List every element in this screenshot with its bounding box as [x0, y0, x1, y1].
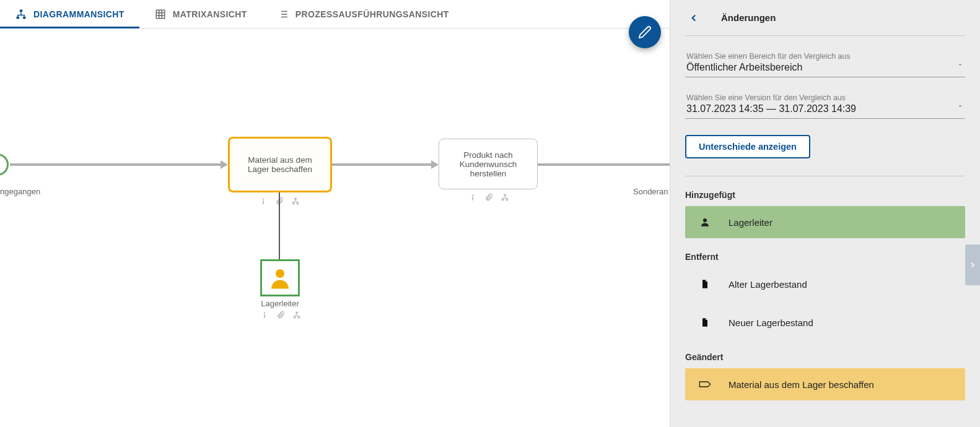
change-item-removed[interactable]: Neuer Lagerbestand — [685, 306, 965, 339]
association-line — [279, 192, 280, 259]
sequence-flow-3 — [538, 163, 670, 166]
svg-rect-12 — [502, 199, 504, 201]
svg-point-15 — [264, 312, 265, 313]
svg-rect-18 — [294, 316, 296, 318]
svg-point-9 — [472, 194, 473, 196]
sitemap-icon — [15, 8, 27, 20]
person-icon — [267, 265, 293, 291]
section-added-label: Hinzugefügt — [685, 190, 965, 200]
divider — [685, 176, 965, 176]
svg-point-20 — [703, 218, 707, 222]
svg-rect-10 — [472, 197, 473, 201]
task-node-produkt-herstellen[interactable]: Produkt nach Kundenwunsch herstellen — [439, 139, 538, 189]
svg-rect-0 — [20, 9, 23, 12]
svg-rect-2 — [23, 16, 26, 19]
diagram-canvas[interactable]: eingegangen Material aus dem Lager besch… — [0, 28, 670, 427]
select-value: 31.07.2023 14:35 — 31.07.2023 14:39 — [686, 103, 964, 114]
info-icon[interactable] — [259, 197, 268, 208]
svg-rect-1 — [17, 16, 20, 19]
tab-execution-view[interactable]: PROZESSAUSFÜHRUNGSANSICHT — [262, 0, 464, 28]
chevron-left-icon — [688, 12, 699, 24]
svg-rect-17 — [295, 312, 298, 314]
next-node-label: Sonderan — [633, 187, 668, 196]
process-icon — [699, 378, 711, 390]
drawer-toggle[interactable] — [965, 244, 980, 285]
task-label: Produkt nach Kundenwunsch herstellen — [447, 150, 530, 178]
section-removed-label: Entfernt — [685, 252, 965, 262]
show-differences-button[interactable]: Unterschiede anzeigen — [685, 135, 810, 158]
person-icon — [699, 216, 711, 228]
arrow-head-icon — [221, 160, 228, 169]
node-actions-role — [260, 311, 301, 322]
select-label: Wählen Sie eine Version für den Vergleic… — [686, 93, 964, 102]
sequence-flow-2 — [332, 163, 431, 166]
list-icon — [277, 8, 289, 20]
info-icon[interactable] — [468, 193, 477, 204]
chevron-right-icon — [968, 261, 977, 269]
hierarchy-icon[interactable] — [291, 197, 300, 208]
attachment-icon[interactable] — [484, 193, 493, 204]
svg-rect-7 — [292, 202, 295, 204]
svg-rect-6 — [294, 198, 297, 200]
start-event-label: eingegangen — [0, 187, 40, 196]
svg-rect-3 — [156, 10, 165, 19]
task-label: Material aus dem Lager beschaffen — [237, 155, 323, 174]
task-node-material-beschaffen[interactable]: Material aus dem Lager beschaffen — [228, 137, 332, 192]
document-icon — [699, 278, 711, 290]
view-tabs: DIAGRAMMANSICHT MATRIXANSICHT PROZESSAUS… — [0, 0, 670, 28]
compare-version-select[interactable]: Wählen Sie eine Version für den Vergleic… — [685, 91, 965, 119]
svg-rect-19 — [298, 316, 300, 318]
compare-area-select[interactable]: Wählen Sie einen Bereich für den Verglei… — [685, 50, 965, 77]
grid-icon — [154, 8, 167, 20]
change-item-text: Neuer Lagerbestand — [728, 317, 813, 328]
start-event-node[interactable] — [0, 153, 9, 176]
change-item-text: Material aus dem Lager beschaffen — [728, 379, 874, 390]
caret-down-icon — [956, 60, 964, 71]
svg-point-14 — [276, 269, 284, 278]
tab-label: PROZESSAUSFÜHRUNGSANSICHT — [295, 9, 449, 19]
tab-matrix-view[interactable]: MATRIXANSICHT — [139, 0, 262, 28]
change-item-changed[interactable]: Material aus dem Lager beschaffen — [685, 368, 965, 400]
section-changed-label: Geändert — [685, 352, 965, 362]
change-item-text: Lagerleiter — [728, 217, 772, 228]
hierarchy-icon[interactable] — [292, 311, 301, 322]
tab-diagram-view[interactable]: DIAGRAMMANSICHT — [0, 0, 139, 28]
sequence-flow-1 — [10, 163, 221, 166]
tab-label: MATRIXANSICHT — [173, 9, 247, 19]
svg-rect-11 — [504, 194, 506, 196]
panel-title: Änderungen — [721, 12, 776, 23]
svg-rect-13 — [506, 199, 509, 201]
change-item-text: Alter Lagerbestand — [728, 279, 807, 290]
svg-rect-16 — [264, 314, 265, 318]
info-icon[interactable] — [260, 311, 269, 322]
attachment-icon[interactable] — [276, 311, 285, 322]
tab-label: DIAGRAMMANSICHT — [33, 9, 125, 19]
select-label: Wählen Sie einen Bereich für den Verglei… — [686, 52, 964, 61]
svg-point-4 — [263, 198, 264, 199]
node-actions-task2 — [468, 193, 509, 204]
select-value: Öffentlicher Arbeitsbereich — [686, 62, 964, 73]
svg-rect-5 — [263, 201, 264, 204]
caret-down-icon — [956, 101, 964, 113]
change-item-removed[interactable]: Alter Lagerbestand — [685, 268, 965, 300]
role-node-lagerleiter[interactable] — [260, 259, 300, 296]
changes-panel: Änderungen Wählen Sie einen Bereich für … — [670, 0, 980, 427]
document-icon — [699, 316, 711, 329]
role-label: Lagerleiter — [259, 299, 301, 308]
hierarchy-icon[interactable] — [501, 193, 509, 204]
change-item-added[interactable]: Lagerleiter — [685, 206, 965, 238]
svg-rect-8 — [297, 202, 299, 204]
arrow-head-icon — [431, 160, 439, 169]
back-button[interactable] — [685, 9, 702, 27]
